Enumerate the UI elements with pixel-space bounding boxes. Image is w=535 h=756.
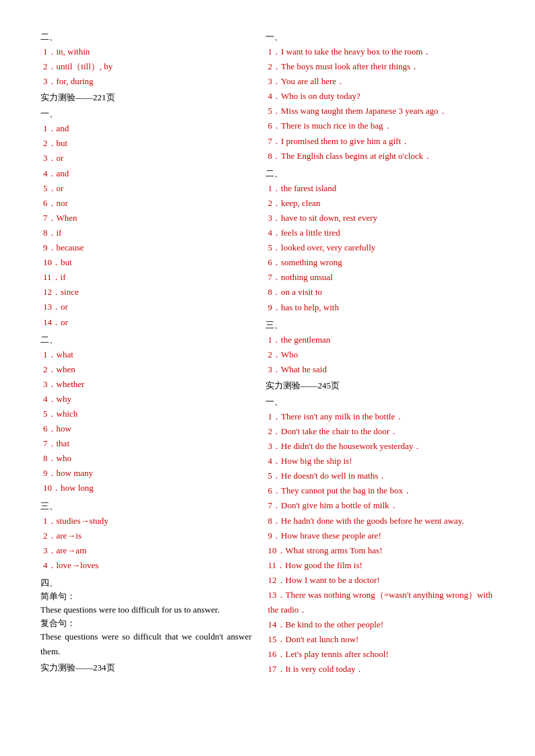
list-item: 13．or [40, 300, 252, 314]
list-item: 4．why [40, 392, 252, 407]
page-ref2: 实力测验——234页 [40, 662, 252, 674]
list-item: 8．The English class begins at eight o'cl… [265, 149, 495, 164]
list-item: 3．You are all here． [265, 74, 495, 89]
left-column: 二、 1．in, within 2．until（till）, by 3．for,… [40, 27, 259, 679]
list-item: 5．He doesn't do well in maths． [265, 469, 495, 483]
list-item: 6．They cannot put the bag in the box． [265, 483, 495, 498]
list-item: 2．Who [265, 347, 495, 362]
list-item: 17．It is very cold today． [265, 662, 495, 677]
right-section2-header: 二、 [265, 168, 495, 180]
list-item: 3．What he said [265, 362, 495, 377]
list-item: 5．Miss wang taught them Japanese 3 years… [265, 104, 495, 118]
list-item: 1．the farest island [265, 181, 495, 196]
list-item: 10．What strong arms Tom has! [265, 543, 495, 558]
para-complex: These questions were so difficult that w… [40, 629, 252, 659]
left-section3: 二、 1．what 2．when 3．whether 4．why 5．which… [40, 334, 252, 496]
left-section1: 二、 1．in, within 2．until（till）, by 3．for,… [40, 31, 252, 104]
list-item: 4．love→loves [40, 558, 252, 573]
list-item: 3．have to sit down, rest every [265, 211, 495, 226]
list-item: 6．how [40, 421, 252, 436]
left-section5: 四、 简单句： These questions were too difficu… [40, 577, 252, 674]
list-item: 1．what [40, 347, 252, 362]
right-column: 一、 1．I want to take the heavy box to the… [259, 27, 495, 679]
right-section3: 三、 1．the gentleman 2．Who 3．What he said … [265, 319, 495, 392]
sub-label-complex: 复合句： [40, 617, 252, 629]
list-item: 6．something wrong [265, 255, 495, 270]
list-item: 10．but [40, 255, 252, 270]
list-item: 15．Don't eat lunch now! [265, 632, 495, 647]
list-item: 2．until（till）, by [40, 59, 252, 74]
list-item: 8．He hadn't done with the goods before h… [265, 514, 495, 528]
list-item: 6．There is much rice in the bag． [265, 118, 495, 133]
page-ref3: 实力测验——245页 [265, 380, 495, 392]
list-item: 7．Don't give him a bottle of milk． [265, 498, 495, 513]
list-item: 13．There was nothing wrong（=wasn't anyth… [265, 588, 495, 617]
list-item: 9．how many [40, 466, 252, 481]
list-item: 9．How brave these people are! [265, 528, 495, 543]
list-item: 2．The boys must look after their things． [265, 59, 495, 74]
list-item: 6．nor [40, 196, 252, 211]
list-item: 3．He didn't do the housework yesterday． [265, 439, 495, 454]
list-item: 3．for, during [40, 74, 252, 89]
list-item: 12．How I want to be a doctor! [265, 573, 495, 588]
list-item: 7．When [40, 211, 252, 226]
list-item: 5．looked over, very carefully [265, 240, 495, 255]
list-item: 2．keep, clean [265, 196, 495, 211]
list-item: 5．or [40, 181, 252, 196]
list-item: 14．Be kind to the other people! [265, 617, 495, 632]
list-item: 1．studies→study [40, 514, 252, 528]
list-item: 2．when [40, 362, 252, 377]
list-item: 1．There isn't any milk in the bottle． [265, 409, 495, 424]
list-item: 3．whether [40, 377, 252, 392]
list-item: 8．if [40, 226, 252, 240]
left-section2-header: 一、 [40, 108, 252, 120]
list-item: 4．feels a little tired [265, 226, 495, 240]
left-section3-header: 二、 [40, 334, 252, 346]
list-item: 3．are→am [40, 543, 252, 558]
list-item: 5．which [40, 407, 252, 421]
list-item: 2．Don't take the chair to the door． [265, 424, 495, 439]
list-item: 9．because [40, 240, 252, 255]
list-item: 3．or [40, 151, 252, 166]
list-item: 11．How good the film is! [265, 558, 495, 573]
list-item: 7．I promised them to give him a gift． [265, 134, 495, 149]
list-item: 2．but [40, 136, 252, 151]
list-item: 11．if [40, 270, 252, 285]
list-item: 8．on a visit to [265, 285, 495, 300]
list-item: 4．Who is on duty today? [265, 89, 495, 104]
sub-label-simple: 简单句： [40, 590, 252, 603]
list-item: 14．or [40, 315, 252, 330]
list-item: 4．and [40, 166, 252, 181]
list-item: 10．how long [40, 481, 252, 495]
right-section4: 一、 1．There isn't any milk in the bottle．… [265, 396, 495, 677]
list-item: 1．and [40, 121, 252, 136]
right-section3-header: 三、 [265, 319, 495, 331]
page-ref: 实力测验——221页 [40, 92, 252, 104]
list-item: 8．who [40, 451, 252, 466]
left-section4: 三、 1．studies→study 2．are→is 3．are→am 4．l… [40, 500, 252, 573]
right-section2: 二、 1．the farest island 2．keep, clean 3．h… [265, 168, 495, 315]
left-section2: 一、 1．and 2．but 3．or 4．and 5．or 6．nor 7．W… [40, 108, 252, 329]
right-section1-header: 一、 [265, 31, 495, 43]
list-item: 2．are→is [40, 528, 252, 543]
para-simple: These questions were too difficult for u… [40, 603, 252, 617]
list-item: 7．nothing unsual [265, 270, 495, 285]
list-item: 16．Let's play tennis after school! [265, 647, 495, 662]
right-section4-header: 一、 [265, 396, 495, 408]
list-item: 4．How big the ship is! [265, 454, 495, 469]
list-item: 1．I want to take the heavy box to the ro… [265, 44, 495, 59]
left-section5-header: 四、 [40, 577, 252, 589]
list-item: 7．that [40, 436, 252, 451]
list-item: 12．since [40, 285, 252, 300]
list-item: 9．has to help, with [265, 300, 495, 315]
right-section1: 一、 1．I want to take the heavy box to the… [265, 31, 495, 164]
page: 二、 1．in, within 2．until（till）, by 3．for,… [40, 27, 495, 679]
left-section4-header: 三、 [40, 500, 252, 512]
list-item: 1．in, within [40, 44, 252, 59]
list-item: 1．the gentleman [265, 333, 495, 347]
left-section1-header: 二、 [40, 31, 252, 43]
